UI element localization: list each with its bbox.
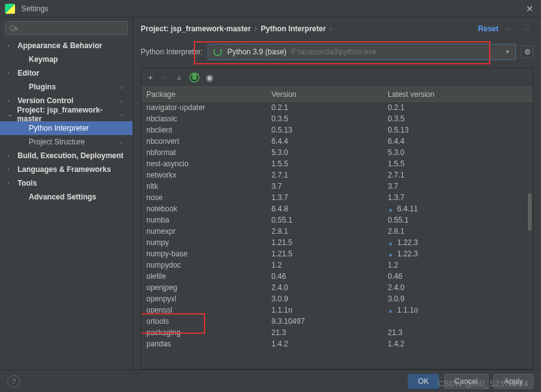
table-row[interactable]: nbformat5.3.05.3.0 [141,147,533,158]
sidebar-item[interactable]: Python Interpreter▫ [0,121,133,135]
pkg-latest: 0.2.1 [388,103,528,112]
sidebar-item-label: Plugins [29,83,56,91]
help-icon[interactable]: ? [8,375,20,388]
sidebar-item[interactable]: Advanced Settings [0,190,133,204]
add-package-button[interactable]: ＋ [146,72,154,83]
remove-package-button[interactable]: － [161,72,169,83]
table-row[interactable]: nbclient0.5.130.5.13 [141,124,533,136]
pkg-latest: 1.2 [388,261,528,269]
pkg-name: packaging [146,328,271,337]
pkg-version: 0.5.13 [271,126,388,134]
table-row[interactable]: pandas1.4.21.4.2 [141,338,533,349]
pkg-version: 1.3.7 [271,193,388,202]
pkg-latest: 0.46 [388,272,528,281]
apply-button[interactable]: Apply [493,374,533,389]
eye-icon[interactable]: ◉ [206,73,213,83]
pkg-name: nltk [146,182,271,191]
pkg-latest: 2.8.1 [388,227,528,236]
table-row[interactable]: numpydoc1.21.2 [141,259,533,271]
chevron-right-icon: › [255,24,257,33]
pkg-name: nest-asyncio [146,159,271,168]
pkg-latest: 1.3.7 [388,193,528,202]
table-header: Package Version Latest version [141,87,533,102]
footer-buttons: OK Cancel Apply [408,374,533,389]
reset-link[interactable]: Reset [478,24,498,33]
table-row[interactable]: olefile0.460.46 [141,271,533,282]
search-input[interactable] [5,21,128,35]
window-title: Settings [21,4,523,13]
sidebar-item-label: Advanced Settings [29,193,96,201]
table-row[interactable]: packaging21.321.3 [141,327,533,338]
ok-button[interactable]: OK [408,374,438,389]
table-row[interactable]: notebook6.4.8▲6.4.11 [141,203,533,214]
pkg-latest: 1.5.5 [388,159,528,168]
pkg-version: 1.1.1n [271,306,388,314]
pkg-name: openpyxl [146,294,271,303]
sidebar-item-label: Languages & Frameworks [18,165,111,174]
sidebar-item[interactable]: ›Editor [0,66,133,80]
pkg-latest: 0.5.13 [388,126,528,134]
sidebar-item[interactable]: Project Structure▫ [0,135,133,149]
table-row[interactable]: nose1.3.71.3.7 [141,192,533,203]
table-row[interactable]: nbclassic0.3.50.3.5 [141,113,533,124]
interpreter-path: F:\anaconda3\python.exe [291,48,376,56]
upgrade-arrow-icon: ▲ [388,251,393,258]
table-row[interactable]: nltk3.73.7 [141,181,533,192]
sidebar-item-label: Project Structure [29,138,84,146]
sidebar-item[interactable]: ⌄Project: jsp_framework-master▫ [0,108,133,121]
breadcrumb-page: Python Interpreter [261,24,326,33]
conda-toggle-icon[interactable] [190,73,200,83]
upgrade-package-button[interactable]: ▲ [175,73,183,82]
chevron-icon: ⌄ [8,111,14,118]
table-row[interactable]: nest-asyncio1.5.51.5.5 [141,158,533,169]
nav-forward-icon[interactable]: → [520,24,533,34]
pkg-latest: 2.7.1 [388,171,528,179]
pkg-version: 3.7 [271,182,388,191]
breadcrumb: Project: jsp_framework-master › Python I… [141,18,533,40]
pkg-version: 0.46 [271,272,388,281]
table-row[interactable]: openjpeg2.4.02.4.0 [141,282,533,293]
settings-sidebar: ›Appearance & BehaviorKeymap›EditorPlugi… [0,18,133,369]
sidebar-item[interactable]: ›Build, Execution, Deployment [0,149,133,163]
pkg-version: 6.4.4 [271,137,388,146]
interpreter-dropdown[interactable]: Python 3.9 (base) F:\anaconda3\python.ex… [208,44,516,60]
pkg-name: numpydoc [146,261,271,269]
table-row[interactable]: numba0.55.10.55.1 [141,214,533,226]
table-row[interactable]: numexpr2.8.12.8.1 [141,226,533,237]
gear-icon[interactable]: ⚙ [521,46,533,58]
pkg-version: 2.4.0 [271,283,388,292]
scrollbar-thumb[interactable] [528,193,532,231]
pkg-version: 1.21.5 [271,238,388,247]
sidebar-item-label: Build, Execution, Deployment [18,151,123,160]
table-row[interactable]: openssl1.1.1n▲1.1.1o [141,304,533,316]
table-row[interactable]: ortools9.3.10497 [141,316,533,327]
sidebar-item[interactable]: ›Appearance & Behavior [0,39,133,53]
sidebar-item[interactable]: ›Languages & Frameworks [0,163,133,176]
cancel-button[interactable]: Cancel [444,374,488,389]
pkg-name: numexpr [146,227,271,236]
sidebar-item[interactable]: Keymap [0,53,133,66]
table-row[interactable]: navigator-updater0.2.10.2.1 [141,102,533,113]
table-row[interactable]: openpyxl3.0.93.0.9 [141,293,533,304]
upgrade-arrow-icon: ▲ [388,240,393,246]
col-latest: Latest version [388,90,528,99]
pkg-latest: 0.3.5 [388,114,528,123]
sidebar-item[interactable]: Plugins▫ [0,80,133,94]
pkg-name: numpy [146,238,271,247]
pkg-name: openjpeg [146,283,271,292]
pkg-name: nbclassic [146,114,271,123]
nav-back-icon[interactable]: ← [502,24,516,34]
pkg-version: 3.0.9 [271,294,388,303]
sidebar-item[interactable]: ›Tools [0,176,133,190]
close-icon[interactable]: ✕ [523,4,536,14]
breadcrumb-project: Project: jsp_framework-master [141,24,251,33]
table-row[interactable]: numpy1.21.5▲1.22.3 [141,237,533,248]
project-scope-icon: ▫ [120,83,128,91]
pkg-name: nbformat [146,148,271,157]
table-row[interactable]: numpy-base1.21.5▲1.22.3 [141,248,533,259]
pkg-version: 1.4.2 [271,339,388,348]
sidebar-item-label: Project: jsp_framework-master [17,106,120,123]
table-row[interactable]: networkx2.7.12.7.1 [141,169,533,181]
pkg-name: numba [146,216,271,224]
table-row[interactable]: nbconvert6.4.46.4.4 [141,136,533,147]
